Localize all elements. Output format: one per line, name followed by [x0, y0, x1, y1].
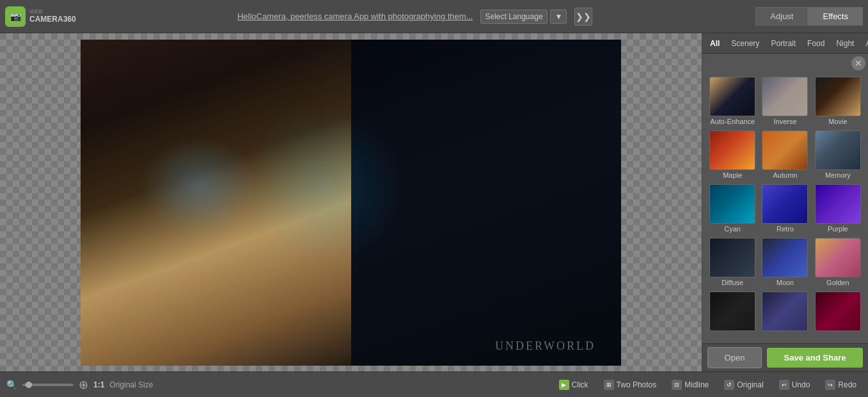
lang-dropdown-button[interactable]: ▼ [550, 10, 567, 24]
thumb-inner [816, 185, 860, 223]
effect-inverse[interactable]: Inverse [760, 75, 810, 127]
logo-area: 📷 WEB CAMERA360 [5, 6, 82, 27]
effect-label-diffuse: Diffuse [722, 279, 743, 286]
effect-label-auto-enhance: Auto-Enhance [710, 118, 755, 125]
effect-autumn[interactable]: Autumn [760, 129, 810, 180]
photo-watermark: UNDERWORLD [495, 339, 596, 353]
thumb-inner [710, 185, 755, 223]
effect-thumb-retro [762, 184, 808, 224]
zoom-slider-thumb [26, 382, 32, 388]
undo-icon: ↩ [779, 380, 789, 390]
thumb-inner [710, 131, 755, 169]
undo-label: Undo [792, 380, 810, 389]
category-scenery[interactable]: Scenery [726, 37, 764, 50]
effect-thumb-inverse [762, 77, 808, 116]
tab-adjust[interactable]: Adjust [755, 7, 808, 26]
effect-movie[interactable]: Movie [813, 75, 863, 127]
effect-thumb-autumn [762, 130, 808, 170]
thumb-inner [816, 238, 860, 277]
effect-auto-enhance[interactable]: Auto-Enhance [707, 75, 757, 127]
category-portrait[interactable]: Portrait [766, 37, 801, 50]
midline-label: Midline [684, 380, 709, 389]
thumb-inner [762, 185, 807, 223]
undo-button[interactable]: ↩ Undo [774, 377, 816, 393]
effect-memory[interactable]: Memory [813, 129, 863, 180]
effect-label-cyan: Cyan [724, 225, 741, 233]
midline-button[interactable]: ⊟ Midline [667, 377, 714, 393]
language-select[interactable]: Select Language [480, 10, 548, 24]
effect-retro[interactable]: Retro [760, 183, 810, 234]
effect-thumb-more2 [762, 292, 808, 331]
effect-thumb-more1 [709, 292, 755, 331]
close-button[interactable]: ✕ [851, 56, 865, 70]
original-size-label: Original Size [109, 380, 153, 389]
effect-cyan[interactable]: Cyan [707, 183, 757, 234]
effect-label-retro: Retro [777, 225, 794, 233]
tab-effects[interactable]: Effects [808, 7, 863, 26]
effect-label-purple: Purple [828, 225, 848, 233]
thumb-inner [762, 131, 807, 169]
effect-label-maple: Maple [723, 171, 742, 179]
effect-label-moon: Moon [777, 279, 794, 286]
zoom-in-icon[interactable]: ⊕ [79, 378, 88, 392]
thumb-inner [816, 77, 860, 116]
zoom-out-icon[interactable]: 🔍 [6, 380, 17, 390]
effect-purple[interactable]: Purple [813, 183, 863, 234]
thumb-inner [762, 238, 807, 277]
photo-canvas: UNDERWORLD [81, 40, 621, 366]
effect-thumb-maple [709, 130, 755, 170]
effect-diffuse[interactable]: Diffuse [707, 237, 757, 288]
right-panel: All Scenery Portrait Food Night Art ✕ Au… [702, 33, 868, 371]
effect-moon[interactable]: Moon [760, 237, 810, 288]
panel-tabs: Adjust Effects [755, 7, 863, 26]
midline-icon: ⊟ [672, 380, 682, 390]
effect-more1[interactable] [707, 290, 757, 334]
thumb-inner [816, 131, 860, 169]
two-photos-button[interactable]: ⊞ Two Photos [599, 377, 662, 393]
logo-text: WEB CAMERA360 [29, 9, 76, 24]
effect-label-inverse: Inverse [773, 118, 796, 125]
category-food[interactable]: Food [802, 37, 830, 50]
effect-golden[interactable]: Golden [813, 237, 863, 288]
two-photos-icon: ⊞ [604, 380, 614, 390]
photo-glow [243, 105, 406, 268]
right-panel-bottom: Open Save and Share [702, 343, 868, 371]
bottom-toolbar: 🔍 ⊕ 1:1 Original Size ▶ Click ⊞ Two Phot… [0, 371, 868, 397]
thumb-inner [710, 238, 755, 277]
effect-more3[interactable] [813, 290, 863, 334]
zoom-slider[interactable] [22, 384, 74, 386]
effect-label-movie: Movie [828, 118, 847, 125]
effect-thumb-more3 [815, 292, 861, 331]
click-button[interactable]: ▶ Click [554, 377, 594, 393]
zoom-level: 1:1 [93, 380, 104, 389]
redo-icon: ↪ [825, 380, 835, 390]
click-icon: ▶ [559, 380, 569, 390]
effect-thumb-cyan [709, 184, 755, 224]
category-night[interactable]: Night [831, 37, 859, 50]
redo-label: Redo [838, 380, 856, 389]
logo-name: CAMERA360 [29, 15, 76, 24]
original-button[interactable]: ↺ Original [719, 377, 768, 393]
save-share-button[interactable]: Save and Share [767, 348, 863, 368]
category-all[interactable]: All [705, 37, 725, 50]
effect-maple[interactable]: Maple [707, 129, 757, 180]
forward-button[interactable]: ❯❯ [574, 8, 592, 26]
effect-thumb-diffuse [709, 238, 755, 277]
redo-button[interactable]: ↪ Redo [820, 377, 862, 393]
click-label: Click [572, 380, 588, 389]
canvas-area: UNDERWORLD [0, 33, 702, 371]
main-area: UNDERWORLD All Scenery Portrait Food Nig… [0, 33, 868, 371]
original-label: Original [737, 380, 763, 389]
effect-more2[interactable] [760, 290, 810, 334]
category-art[interactable]: Art [860, 37, 868, 50]
lang-select-wrapper: Select Language ▼ [480, 10, 567, 24]
two-photos-label: Two Photos [617, 380, 657, 389]
open-button[interactable]: Open [707, 347, 762, 368]
effects-grid: Auto-Enhance Inverse Movie Maple [702, 73, 868, 343]
effect-label-memory: Memory [825, 171, 851, 179]
top-bar: 📷 WEB CAMERA360 HelloCamera, peerless ca… [0, 0, 868, 33]
thumb-inner [762, 77, 807, 116]
effect-thumb-movie [815, 77, 861, 116]
close-btn-row: ✕ [702, 54, 868, 73]
effect-label-golden: Golden [826, 279, 849, 286]
